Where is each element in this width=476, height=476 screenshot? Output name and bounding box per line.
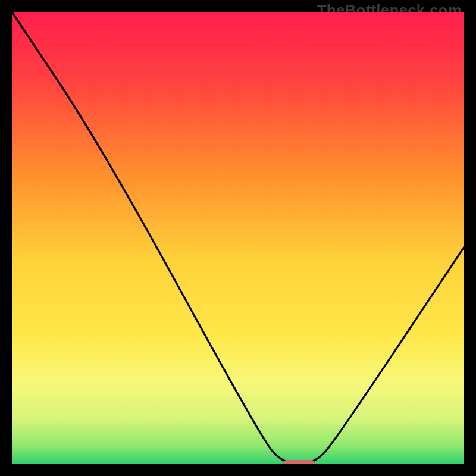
bottleneck-chart <box>12 12 464 464</box>
chart-frame <box>12 12 464 464</box>
gradient-background <box>12 12 464 464</box>
optimal-marker <box>283 460 315 464</box>
